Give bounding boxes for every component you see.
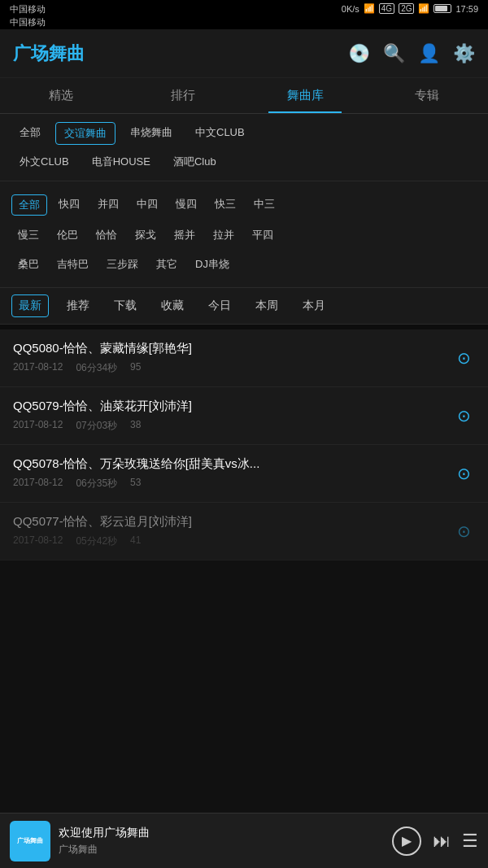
expand-icon[interactable]: ⊙	[452, 521, 475, 541]
user-icon[interactable]: 👤	[418, 43, 440, 64]
song-item[interactable]: QQ5078-恰恰、万朵玫瑰送给你[甜美真vs冰... 2017-08-12 0…	[0, 445, 488, 503]
sort-recommended[interactable]: 推荐	[60, 295, 96, 316]
play-button[interactable]: ▶	[392, 827, 421, 856]
search-icon[interactable]: 🔍	[383, 43, 405, 64]
wifi-icon: 📶	[364, 3, 375, 14]
song-info: QQ5080-恰恰、蒙藏情缘[郭艳华] 2017-08-12 06分34秒 95	[13, 341, 452, 375]
song-date: 2017-08-12	[13, 477, 63, 491]
speed-indicator: 0K/s	[342, 4, 359, 14]
carrier2: 中国移动	[10, 16, 46, 28]
song-item[interactable]: QQ5077-恰恰、彩云追月[刘沛洋] 2017-08-12 05分42秒 41…	[0, 503, 488, 560]
song-duration: 07分03秒	[76, 419, 117, 433]
song-downloads: 53	[130, 477, 141, 491]
style-pingsi[interactable]: 平四	[246, 225, 280, 245]
sort-favorite[interactable]: 收藏	[155, 295, 190, 316]
song-meta: 2017-08-12 06分35秒 53	[13, 477, 452, 491]
song-info: QQ5079-恰恰、油菜花开[刘沛洋] 2017-08-12 07分03秒 38	[13, 399, 452, 433]
header-icons: 💿 🔍 👤 ⚙️	[348, 43, 475, 64]
song-title: QQ5078-恰恰、万朵玫瑰送给你[甜美真vs冰...	[13, 456, 452, 472]
genre-jiubaclub[interactable]: 酒吧Club	[165, 151, 224, 172]
tab-bar: 精选 排行 舞曲库 专辑	[0, 78, 488, 114]
tab-library[interactable]: 舞曲库	[244, 78, 366, 113]
song-list: QQ5080-恰恰、蒙藏情缘[郭艳华] 2017-08-12 06分34秒 95…	[0, 329, 488, 560]
expand-icon[interactable]: ⊙	[452, 348, 475, 368]
player-subtitle: 广场舞曲	[59, 843, 392, 857]
style-yaobing[interactable]: 摇并	[168, 225, 202, 245]
app-title: 广场舞曲	[13, 41, 85, 66]
song-title: QQ5080-恰恰、蒙藏情缘[郭艳华]	[13, 341, 452, 356]
style-jiteba[interactable]: 吉特巴	[50, 255, 95, 274]
song-info: QQ5078-恰恰、万朵玫瑰送给你[甜美真vs冰... 2017-08-12 0…	[13, 456, 452, 491]
style-zhongsi[interactable]: 中四	[130, 194, 164, 216]
style-mansan[interactable]: 慢三	[11, 225, 46, 245]
style-kuaisan[interactable]: 快三	[208, 194, 242, 216]
settings-icon[interactable]: ⚙️	[453, 43, 475, 64]
player-title: 欢迎使用广场舞曲	[59, 826, 392, 840]
song-date: 2017-08-12	[13, 534, 63, 548]
genre-jiaoyiwuqu[interactable]: 交谊舞曲	[55, 122, 115, 145]
style-qita[interactable]: 其它	[150, 255, 184, 274]
song-info: QQ5077-恰恰、彩云追月[刘沛洋] 2017-08-12 05分42秒 41	[13, 514, 452, 548]
style-sangba[interactable]: 桑巴	[11, 255, 46, 274]
status-bar: 中国移动 中国移动 0K/s 📶 4G 2G 📶 17:59	[0, 0, 488, 29]
carrier1: 中国移动	[10, 3, 46, 15]
style-djchuanshao[interactable]: DJ串烧	[189, 255, 236, 274]
style-all[interactable]: 全部	[11, 194, 47, 216]
sort-today[interactable]: 今日	[202, 295, 237, 316]
expand-icon[interactable]: ⊙	[452, 464, 475, 483]
style-mansi[interactable]: 慢四	[169, 194, 203, 216]
sort-week[interactable]: 本周	[249, 295, 285, 316]
song-downloads: 95	[130, 361, 141, 375]
style-filter-row1: 全部 快四 并四 中四 慢四 快三 中三	[11, 190, 477, 220]
player-controls: ▶ ⏭ ☰	[392, 827, 478, 856]
song-meta: 2017-08-12 07分03秒 38	[13, 419, 452, 433]
battery-icon	[434, 4, 451, 13]
style-bingsi[interactable]: 并四	[91, 194, 125, 216]
song-meta: 2017-08-12 06分34秒 95	[13, 361, 452, 375]
song-date: 2017-08-12	[13, 419, 63, 433]
app-header: 广场舞曲 💿 🔍 👤 ⚙️	[0, 29, 488, 78]
status-right: 0K/s 📶 4G 2G 📶 17:59	[342, 3, 478, 14]
genre-chuanshaowuqu[interactable]: 串烧舞曲	[122, 122, 181, 145]
sort-newest[interactable]: 最新	[11, 294, 49, 317]
song-title: QQ5077-恰恰、彩云追月[刘沛洋]	[13, 514, 452, 530]
song-downloads: 41	[130, 534, 141, 548]
tab-ranking[interactable]: 排行	[122, 78, 244, 113]
network-4g: 4G	[379, 3, 394, 14]
bottom-player: 广场舞曲 欢迎使用广场舞曲 广场舞曲 ▶ ⏭ ☰	[0, 813, 488, 868]
sort-month[interactable]: 本月	[296, 295, 332, 316]
song-duration: 05分42秒	[76, 534, 117, 548]
sort-download[interactable]: 下载	[107, 295, 143, 316]
style-lunba[interactable]: 伦巴	[50, 225, 85, 245]
style-zhongsan[interactable]: 中三	[247, 194, 281, 216]
song-item[interactable]: QQ5080-恰恰、蒙藏情缘[郭艳华] 2017-08-12 06分34秒 95…	[0, 329, 488, 387]
genre-filter-section: 全部 交谊舞曲 串烧舞曲 中文CLUB 外文CLUB 电音HOUSE 酒吧Clu…	[0, 114, 488, 181]
disc-icon[interactable]: 💿	[348, 43, 370, 64]
next-button[interactable]: ⏭	[433, 831, 451, 852]
player-thumb-label: 广场舞曲	[17, 837, 43, 845]
tab-featured[interactable]: 精选	[0, 78, 122, 113]
style-tange[interactable]: 探戈	[129, 225, 163, 245]
style-kuaisi[interactable]: 快四	[52, 194, 86, 216]
genre-dianyinhouse[interactable]: 电音HOUSE	[84, 151, 159, 172]
style-qiaqia[interactable]: 恰恰	[89, 225, 124, 245]
player-thumbnail: 广场舞曲	[10, 821, 50, 861]
style-filter-row3: 桑巴 吉特巴 三步踩 其它 DJ串烧	[11, 250, 477, 279]
song-meta: 2017-08-12 05分42秒 41	[13, 534, 452, 548]
song-title: QQ5079-恰恰、油菜花开[刘沛洋]	[13, 399, 452, 414]
sort-row: 最新 推荐 下载 收藏 今日 本周 本月	[11, 294, 477, 317]
expand-icon[interactable]: ⊙	[452, 406, 475, 425]
time-display: 17:59	[455, 4, 478, 14]
genre-filter-row1: 全部 交谊舞曲 串烧舞曲 中文CLUB	[11, 122, 477, 145]
genre-waiwenclub[interactable]: 外文CLUB	[11, 151, 77, 172]
style-filter-section: 全部 快四 并四 中四 慢四 快三 中三 慢三 伦巴 恰恰 探戈 摇并 拉并 平…	[0, 181, 488, 288]
song-downloads: 38	[130, 419, 141, 433]
genre-zhongwenclub[interactable]: 中文CLUB	[187, 122, 253, 145]
style-filter-row2: 慢三 伦巴 恰恰 探戈 摇并 拉并 平四	[11, 220, 477, 250]
genre-all[interactable]: 全部	[11, 122, 49, 145]
style-sanbuai[interactable]: 三步踩	[100, 255, 145, 274]
tab-album[interactable]: 专辑	[366, 78, 488, 113]
playlist-button[interactable]: ☰	[462, 831, 478, 852]
song-item[interactable]: QQ5079-恰恰、油菜花开[刘沛洋] 2017-08-12 07分03秒 38…	[0, 387, 488, 445]
style-labing[interactable]: 拉并	[207, 225, 241, 245]
